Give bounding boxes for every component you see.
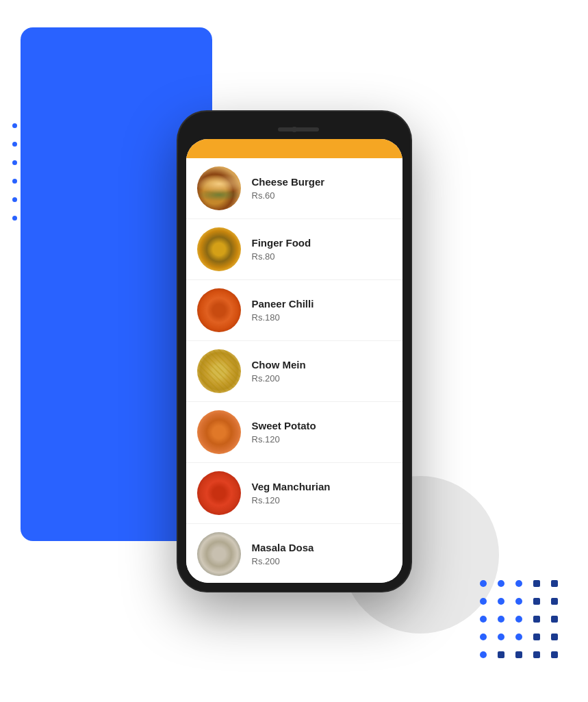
dot-item [480, 651, 487, 658]
dot-6 [12, 216, 17, 221]
food-image-1 [197, 227, 241, 271]
food-image-5 [197, 471, 241, 515]
item-price: Rs.180 [252, 312, 314, 323]
dot-item [551, 580, 558, 587]
menu-item[interactable]: Sweet PotatoRs.120 [186, 402, 402, 463]
dot-item [480, 634, 487, 640]
phone-camera [292, 127, 297, 132]
item-info: Masala DosaRs.200 [252, 542, 314, 566]
item-info: Veg ManchurianRs.120 [252, 481, 331, 505]
item-price: Rs.200 [252, 556, 314, 566]
dot-item [480, 580, 487, 587]
dot-item [515, 580, 522, 587]
dot-item [480, 616, 487, 623]
food-image-0 [197, 166, 241, 210]
dot-item [533, 634, 540, 640]
item-name: Veg Manchurian [252, 481, 331, 492]
menu-item[interactable]: Paneer ChilliRs.180 [186, 280, 402, 341]
dot-item [515, 651, 522, 658]
dot-item [515, 598, 522, 605]
dots-left-decoration [12, 123, 17, 221]
menu-item[interactable]: Finger FoodRs.80 [186, 219, 402, 280]
dot-4 [12, 179, 17, 184]
item-price: Rs.60 [252, 190, 325, 201]
item-price: Rs.200 [252, 373, 306, 384]
item-name: Masala Dosa [252, 542, 314, 553]
phone-screen: Cheese BurgerRs.60Finger FoodRs.80Paneer… [186, 139, 402, 583]
item-info: Cheese BurgerRs.60 [252, 176, 325, 201]
dot-item [551, 651, 558, 658]
food-image-3 [197, 349, 241, 393]
dot-item [533, 651, 540, 658]
dot-item [498, 651, 504, 658]
dot-item [498, 598, 504, 605]
dot-item [498, 580, 504, 587]
item-name: Cheese Burger [252, 176, 325, 188]
menu-item[interactable]: Chow MeinRs.200 [186, 341, 402, 402]
item-info: Sweet PotatoRs.120 [252, 420, 316, 444]
menu-item[interactable]: Veg ManchurianRs.120 [186, 463, 402, 524]
food-image-4 [197, 410, 241, 454]
dot-item [498, 616, 504, 623]
dot-item [533, 580, 540, 587]
dot-item [515, 634, 522, 640]
item-name: Chow Mein [252, 359, 306, 371]
dot-3 [12, 160, 17, 165]
item-price: Rs.120 [252, 434, 316, 444]
item-info: Paneer ChilliRs.180 [252, 298, 314, 323]
phone-body: Cheese BurgerRs.60Finger FoodRs.80Paneer… [178, 112, 411, 591]
food-image-2 [197, 288, 241, 332]
item-price: Rs.80 [252, 251, 311, 262]
dot-item [515, 616, 522, 623]
dot-5 [12, 197, 17, 202]
dots-right-decoration [480, 580, 561, 661]
phone-top-bar [186, 120, 402, 139]
dot-1 [12, 123, 17, 128]
item-name: Sweet Potato [252, 420, 316, 431]
menu-item[interactable]: Cheese BurgerRs.60 [186, 158, 402, 219]
dot-item [480, 598, 487, 605]
dot-item [533, 616, 540, 623]
item-price: Rs.120 [252, 495, 331, 505]
app-header [186, 139, 402, 158]
phone-speaker [278, 127, 319, 131]
menu-item[interactable]: Masala DosaRs.200 [186, 524, 402, 583]
menu-list: Cheese BurgerRs.60Finger FoodRs.80Paneer… [186, 158, 402, 583]
dot-item [498, 634, 504, 640]
phone-mockup: Cheese BurgerRs.60Finger FoodRs.80Paneer… [178, 112, 411, 591]
dot-2 [12, 142, 17, 147]
dot-item [533, 598, 540, 605]
dot-item [551, 634, 558, 640]
item-info: Chow MeinRs.200 [252, 359, 306, 384]
food-image-6 [197, 532, 241, 576]
item-name: Finger Food [252, 237, 311, 249]
item-info: Finger FoodRs.80 [252, 237, 311, 262]
item-name: Paneer Chilli [252, 298, 314, 310]
dot-item [551, 616, 558, 623]
dot-item [551, 598, 558, 605]
